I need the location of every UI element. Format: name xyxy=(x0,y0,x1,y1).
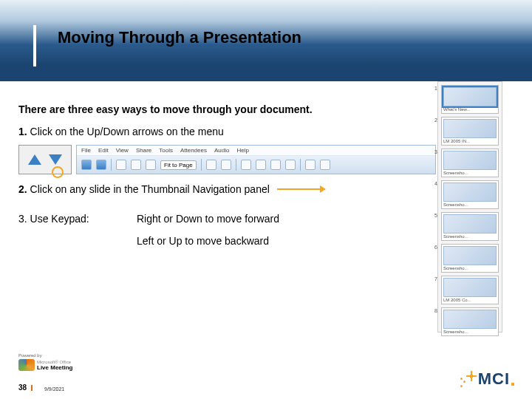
thumb-caption: Screensho... xyxy=(443,266,497,270)
menubar-graphic: File Edit View Share Tools Attendees Aud… xyxy=(76,145,436,174)
thumb-image xyxy=(443,87,497,106)
slide-number: 38 xyxy=(18,383,27,392)
powered-by-label: Powered by xyxy=(18,353,72,358)
separator xyxy=(236,159,236,171)
item-1-text: Click on the Up/Down arrows on the menu xyxy=(27,126,224,137)
item-2-text: Click on any slide in the Thumbnail Navi… xyxy=(27,183,270,195)
logo-lm: Live Meeting xyxy=(37,365,72,371)
thumb-caption: What's New... xyxy=(443,107,497,112)
thumb-image xyxy=(443,151,497,170)
thumb-number: 8 xyxy=(434,308,437,313)
arrow-down-icon xyxy=(49,154,62,165)
thumb-number: 5 xyxy=(434,213,437,218)
thumb-image xyxy=(443,278,497,297)
thumb-number: 1 xyxy=(434,86,437,91)
intro-text: There are three easy ways to move throug… xyxy=(18,103,436,115)
thumb-caption: Screensho... xyxy=(443,234,497,239)
thumb-caption: Screensho... xyxy=(443,171,497,175)
toolbar-icon xyxy=(241,160,251,170)
menu-share: Share xyxy=(136,147,151,154)
toolbar-icon xyxy=(131,160,141,170)
thumb-image xyxy=(443,310,497,329)
thumb-number: 6 xyxy=(434,245,437,250)
arrow-up-icon xyxy=(28,154,41,165)
menu-audio: Audio xyxy=(214,147,229,154)
toolbar-icon xyxy=(116,160,126,170)
fit-to-page: Fit to Page xyxy=(160,160,197,170)
slide-title: Moving Through a Presentation xyxy=(58,28,301,47)
thumb-image xyxy=(443,183,497,202)
thumbnail: 3 Screensho... xyxy=(441,149,499,177)
item-1-number: 1. xyxy=(18,126,27,137)
toolbar-icon xyxy=(270,160,281,170)
menu-attendees: Attendees xyxy=(180,147,207,154)
menu-view: View xyxy=(116,147,129,154)
slide-date: 9/9/2021 xyxy=(44,386,64,392)
toolbar-icon xyxy=(96,160,106,170)
menu-file: File xyxy=(81,147,91,154)
mci-text: MCI xyxy=(478,369,510,388)
thumb-number: 3 xyxy=(434,149,437,154)
thumbnail: 7 LM 2005 Co... xyxy=(441,276,499,304)
menu-tools: Tools xyxy=(159,147,173,154)
thumbnail: 1 What's New... xyxy=(441,85,499,114)
thumbnail: 8 Screensho... xyxy=(441,307,499,336)
item-3-label: 3. Use Keypad: xyxy=(18,213,107,225)
toolbar-icon xyxy=(146,160,156,170)
toolbar-icon xyxy=(256,160,266,170)
menubar-items: File Edit View Share Tools Attendees Aud… xyxy=(77,146,435,156)
toolbar-icon xyxy=(305,160,316,170)
pointer-arrow-icon xyxy=(277,188,321,190)
thumbnail-panel: 1 What's New... 2 LM 2005 IN... 3 Screen… xyxy=(437,81,502,332)
toolbar-icon xyxy=(221,160,231,170)
thumb-image xyxy=(443,246,497,265)
thumbnail: 6 Screensho... xyxy=(441,244,499,273)
item-1: 1. Click on the Up/Down arrows on the me… xyxy=(18,126,436,137)
live-meeting-logo: Microsoft® Office Live Meeting xyxy=(18,359,72,371)
mci-star-icon xyxy=(459,372,475,389)
powered-by-block: Powered by Microsoft® Office Live Meetin… xyxy=(18,353,72,371)
thumb-number: 4 xyxy=(434,181,437,186)
toolbar-icon xyxy=(206,160,216,170)
thumb-caption: LM 2005 Co... xyxy=(443,298,497,302)
content-area: There are three easy ways to move throug… xyxy=(18,103,436,247)
nav-arrows-box xyxy=(18,145,72,174)
separator xyxy=(111,159,112,171)
thumbnail: 2 LM 2005 IN... xyxy=(441,117,499,146)
thumbnail: 5 Screensho... xyxy=(441,212,499,241)
thumb-caption: Screensho... xyxy=(443,330,497,334)
menu-edit: Edit xyxy=(98,147,109,154)
separator xyxy=(300,159,301,171)
toolbar-icon xyxy=(81,160,92,170)
item-3-line2: Left or Up to move backward xyxy=(137,235,436,247)
thumb-number: 2 xyxy=(434,117,437,123)
thumb-caption: LM 2005 IN... xyxy=(443,139,497,143)
thumb-caption: Screensho... xyxy=(443,202,497,207)
thumb-image xyxy=(443,119,497,138)
separator xyxy=(201,159,202,171)
item-3: 3. Use Keypad: Right or Down to move for… xyxy=(18,213,436,225)
thumb-image xyxy=(443,214,497,233)
toolbar-icon xyxy=(285,160,296,170)
thumb-number: 7 xyxy=(434,276,437,282)
thumbnail: 4 Screensho... xyxy=(441,180,499,209)
item-2-number: 2. xyxy=(18,183,27,195)
mci-logo: MCI xyxy=(459,369,510,389)
logo-swatch-icon xyxy=(18,359,35,371)
toolbar-icons: Fit to Page xyxy=(77,156,435,174)
item-3-line1: Right or Down to move forward xyxy=(137,213,279,225)
logo-text: Microsoft® Office Live Meeting xyxy=(37,359,72,371)
toolbar-icon xyxy=(320,160,330,170)
mci-dot-icon xyxy=(511,383,514,386)
toolbar-illustration: File Edit View Share Tools Attendees Aud… xyxy=(18,145,436,174)
item-2: 2. Click on any slide in the Thumbnail N… xyxy=(18,183,436,195)
menu-help: Help xyxy=(236,147,248,154)
